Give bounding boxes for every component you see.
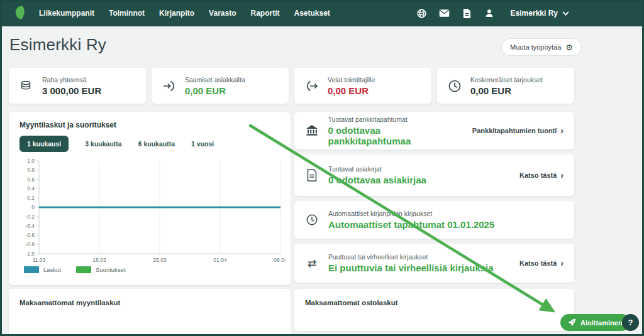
main-menu: Liikekumppanit Toiminnot Kirjanpito Vara… [39, 9, 330, 18]
legend-label: Laskut [43, 266, 61, 273]
nav-item-kirjanpito[interactable]: Kirjanpito [159, 9, 194, 18]
swap-icon: ⇄ [305, 258, 319, 269]
sales-chart-plot: 1.00.80.60.40.20-0.2-0.4-0.6-0.8-1.011.0… [14, 156, 286, 264]
nav-item-toiminnot[interactable]: Toiminnot [109, 9, 145, 18]
document-icon[interactable] [462, 8, 472, 19]
legend-item-laskut: Laskut [24, 266, 61, 273]
mail-icon[interactable] [439, 8, 450, 19]
stat-value: 0,00 EUR [185, 85, 245, 96]
unpaid-purchase-invoices-card: Maksamattomat ostolaskut [294, 289, 574, 331]
stat-card-payables[interactable]: Velat toimittajille 0,00 EUR [294, 68, 431, 104]
svg-text:11.03: 11.03 [33, 257, 46, 263]
svg-text:0.8: 0.8 [27, 167, 35, 173]
app-logo-leaf-icon[interactable] [13, 5, 26, 21]
panel-status: Automaattiset tapahtumat 01.01.2025 [328, 219, 494, 230]
svg-text:0.2: 0.2 [27, 195, 35, 201]
arrow-in-icon [162, 79, 176, 93]
help-button[interactable]: ? [622, 314, 639, 331]
arrow-out-icon [305, 79, 319, 93]
change-desktop-button[interactable]: Muuta työpöytää ⚙ [501, 38, 582, 56]
document-icon [305, 169, 319, 182]
stat-value: 3 000,00 EUR [42, 85, 101, 96]
panel-status: Ei puuttuvia tai virheellisiä kirjauksia [328, 263, 494, 273]
panel-bank-transactions[interactable]: Tuotavat pankkitapahtumat 0 odottavaa pa… [294, 112, 574, 149]
stat-value: 0,00 EUR [328, 85, 375, 96]
user-icon[interactable] [484, 8, 495, 19]
tab-1-month[interactable]: 1 kuukausi [19, 136, 69, 152]
panel-label: Automaattiset kirjanpidon kirjaukset [328, 210, 494, 217]
svg-text:01.04: 01.04 [213, 257, 227, 263]
stat-card-total-money[interactable]: Raha yhteensä 3 000,00 EUR [9, 68, 146, 104]
stat-label: Saamiset asiakkailta [185, 76, 245, 84]
gear-icon: ⚙ [565, 43, 573, 51]
svg-text:0: 0 [31, 204, 35, 210]
legend-label: Suoritukset [96, 266, 126, 273]
nav-item-raportit[interactable]: Raportit [250, 9, 279, 18]
link-label: Katso tästä [519, 259, 557, 267]
clock-icon [448, 79, 462, 93]
documents-link[interactable]: Katso tästä › [519, 171, 564, 180]
stat-cards-row: Raha yhteensä 3 000,00 EUR Saamiset asia… [9, 68, 574, 104]
panel-label: Tuotavat pankkitapahtumat [328, 116, 463, 123]
rocket-icon [568, 318, 576, 327]
legend-item-suoritukset: Suoritukset [76, 266, 126, 273]
chart-range-tabs: 1 kuukausi 3 kuukautta 6 kuukautta 1 vuo… [19, 136, 214, 152]
unpaid-sales-invoices-card: Maksamattomat myyntilaskut [9, 289, 291, 336]
panel-incoming-documents[interactable]: Tuotavat asiakirjat 0 odottavaa asiakirj… [294, 154, 574, 196]
tab-3-months[interactable]: 3 kuukautta [85, 140, 121, 148]
dashboard-page: Liikekumppanit Toiminnot Kirjanpito Vara… [0, 0, 644, 336]
panel-label: Puuttuvat tai virheelliset kirjaukset [328, 253, 494, 261]
svg-text:-1.0: -1.0 [25, 251, 35, 257]
link-label: Katso tästä [519, 171, 557, 179]
change-desktop-label: Muuta työpöytää [510, 43, 561, 51]
coins-icon [19, 79, 33, 94]
nav-item-varasto[interactable]: Varasto [209, 9, 236, 18]
card-title: Maksamattomat ostolaskut [294, 289, 574, 306]
globe-icon[interactable] [416, 8, 427, 19]
svg-text:0.4: 0.4 [27, 185, 35, 192]
panel-status: 0 odottavaa asiakirjaa [328, 175, 426, 185]
laskut-swatch [24, 266, 39, 273]
navbar-right: Esimerkki Ry [416, 8, 569, 19]
bank-icon [305, 124, 319, 137]
page-title: Esimerkki Ry [9, 35, 106, 55]
panel-status: 0 odottavaa pankkitapahtumaa [328, 125, 463, 146]
panel-missing-entries[interactable]: ⇄ Puuttuvat tai virheelliset kirjaukset … [294, 244, 574, 283]
tab-1-year[interactable]: 1 vuosi [191, 140, 214, 148]
chevron-right-icon: › [560, 126, 564, 135]
tab-6-months[interactable]: 6 kuukautta [138, 140, 175, 148]
stat-card-open-offers[interactable]: Keskeneräiset tarjoukset 0,00 EUR [437, 68, 574, 104]
chart-legend: Laskut Suoritukset [24, 266, 126, 273]
panel-label: Tuotavat asiakirjat [328, 165, 426, 173]
svg-text:1.0: 1.0 [27, 158, 35, 164]
missing-entries-link[interactable]: Katso tästä › [519, 259, 564, 268]
svg-text:25.03: 25.03 [153, 257, 167, 263]
card-title: Maksamattomat myyntilaskut [9, 289, 291, 306]
svg-text:-0.8: -0.8 [25, 241, 35, 247]
svg-text:08.04: 08.04 [274, 257, 286, 263]
chevron-right-icon: › [560, 171, 564, 180]
getting-started-label: Aloittaminen [580, 319, 623, 327]
bank-import-link[interactable]: Pankkitapahtumien tuonti › [472, 126, 564, 135]
stat-label: Velat toimittajille [328, 76, 375, 84]
nav-item-asetukset[interactable]: Asetukset [294, 9, 330, 18]
svg-text:-0.6: -0.6 [25, 232, 35, 238]
svg-text:0.6: 0.6 [27, 176, 35, 183]
company-name: Esimerkki Ry [511, 9, 558, 18]
stat-label: Keskeneräiset tarjoukset [470, 76, 543, 84]
stat-value: 0,00 EUR [470, 85, 543, 96]
link-label: Pankkitapahtumien tuonti [472, 127, 557, 134]
getting-started-button[interactable]: Aloittaminen [560, 314, 630, 331]
svg-text:18.03: 18.03 [92, 257, 106, 263]
suoritukset-swatch [76, 266, 91, 273]
nav-item-liikekumppanit[interactable]: Liikekumppanit [39, 9, 94, 18]
clock-icon [305, 214, 319, 226]
sales-chart-card: Myyntilaskut ja suoritukset 1 kuukausi 3… [9, 112, 291, 285]
company-switcher[interactable]: Esimerkki Ry [511, 9, 569, 18]
panel-automatic-entries[interactable]: Automaattiset kirjanpidon kirjaukset Aut… [294, 201, 574, 239]
stat-label: Raha yhteensä [42, 76, 101, 84]
chevron-down-icon [562, 11, 569, 16]
stat-card-receivables[interactable]: Saamiset asiakkailta 0,00 EUR [152, 68, 289, 104]
svg-text:-0.2: -0.2 [25, 214, 35, 220]
svg-text:-0.4: -0.4 [25, 223, 35, 229]
